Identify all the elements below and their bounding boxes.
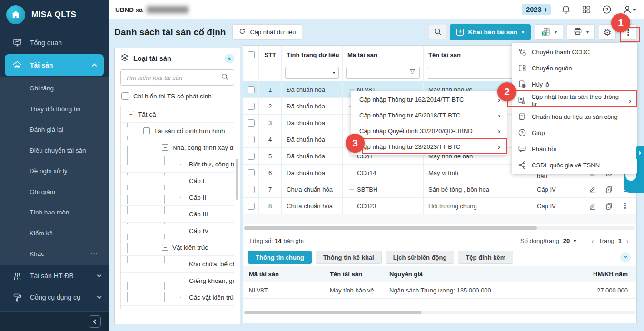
tree-scrollbar-thumb[interactable] — [236, 159, 238, 200]
sidebar-item-label: Tài sản — [30, 61, 53, 69]
export-excel-button[interactable]: X ▾ — [535, 24, 563, 40]
sidebar-subitem[interactable]: Đánh giá lại — [0, 119, 109, 140]
sidebar-subitem[interactable]: Điều chuyển tài sản — [0, 140, 109, 161]
code-filter-input[interactable] — [346, 67, 420, 79]
tree-collapse-toggle[interactable]: − — [128, 111, 134, 117]
tree-node[interactable]: −Tài sản cố định hữu hình — [121, 123, 234, 139]
sidebar-collapse-button[interactable] — [89, 315, 101, 328]
tree-node[interactable]: Kho chứa, bể chứa, b... — [121, 256, 234, 273]
refresh-data-button[interactable]: Cập nhật dữ liệu — [232, 24, 302, 40]
row-checkbox[interactable] — [248, 203, 255, 210]
actions-menu-item[interactable]: Chuẩn hóa dữ liệu tài sản công — [512, 108, 637, 125]
tree-node[interactable]: Giếng khoan, giếng đ... — [121, 273, 234, 289]
row-checkbox[interactable] — [248, 136, 255, 143]
next-page-button[interactable]: › — [625, 237, 630, 245]
tree-node[interactable]: Cấp I — [121, 173, 234, 189]
tree-node[interactable]: Biệt thự, công trình x... — [121, 156, 234, 173]
table-row[interactable]: 8 Chưa chuẩn hóa CC023 Hội trường chung … — [243, 198, 636, 214]
tree-search-input[interactable] — [126, 74, 220, 81]
tree-collapse-toggle[interactable]: − — [143, 127, 150, 134]
detail-hscrollbar[interactable] — [244, 311, 635, 314]
actions-menu-item[interactable]: Cập nhật loại tài sản theo thông tư› — [512, 92, 637, 108]
tree-leaf-dash — [180, 197, 186, 198]
table-row[interactable]: 7 Chưa chuẩn hóa SBTBH Sân bê tông , bồn… — [243, 181, 636, 198]
tree-node[interactable]: −Tất cả — [121, 106, 234, 123]
select-all-checkbox[interactable] — [248, 51, 255, 58]
tree-node[interactable]: −Nhà, công trình xây dựng — [121, 139, 234, 156]
context-menu-item[interactable]: Cập nhập Quyết định 33/2020/QĐ-UBND› — [351, 123, 507, 139]
sidebar-subitem[interactable]: Ghi giảm — [0, 182, 109, 203]
year-spinner-icon[interactable]: ▴▾ — [545, 7, 546, 12]
notifications-bell-icon[interactable] — [561, 4, 571, 15]
row-checkbox[interactable] — [248, 169, 255, 176]
sidebar-item-assets[interactable]: Tài sản — [5, 54, 104, 76]
actions-menu-item[interactable]: Hủy lô — [512, 76, 637, 92]
tree-node[interactable]: Cấp IV — [121, 223, 234, 239]
tree-node[interactable]: Cấp III — [121, 206, 234, 223]
show-active-only-checkbox[interactable]: Chỉ hiển thị TS có phát sinh — [121, 92, 233, 100]
status-filter-select[interactable]: ▾ — [285, 67, 339, 79]
actions-menu-item[interactable]: ?Giúp — [512, 125, 637, 141]
tree-collapse-toggle[interactable]: − — [162, 144, 168, 151]
sidebar-subitem-label: Tính hao mòn — [30, 209, 69, 216]
tab-tệp-đính-kèm[interactable]: Tệp đính kèm — [458, 251, 513, 264]
tree-node[interactable]: Các vật kiến trúc khá... — [121, 289, 234, 306]
sidebar-subitem[interactable]: Ghi tăng — [0, 78, 109, 99]
table-hscrollbar[interactable] — [244, 226, 635, 230]
scrollbar-thumb[interactable] — [244, 311, 421, 314]
assets-icon — [11, 60, 23, 70]
page-number[interactable]: 1 — [618, 237, 622, 244]
sidebar-subitem[interactable]: Thay đổi thông tin — [0, 99, 109, 120]
checkbox-icon[interactable] — [121, 92, 129, 100]
actions-menu-item[interactable]: Chuyển thành CCDC — [512, 44, 637, 60]
context-menu-item[interactable]: Cập nhập Thông tư 162/2014/TT-BTC› — [351, 92, 507, 107]
row-kebab-icon[interactable]: ⋮ — [622, 202, 629, 210]
row-checkbox[interactable] — [248, 186, 255, 193]
scrollbar-thumb[interactable] — [244, 226, 537, 230]
row-checkbox[interactable] — [248, 119, 255, 127]
tree-collapse-button[interactable] — [225, 54, 234, 63]
per-page-value[interactable]: 20 — [563, 237, 570, 244]
copy-icon[interactable] — [605, 185, 613, 194]
user-account-icon[interactable] — [622, 4, 636, 15]
cell-select — [243, 148, 259, 164]
row-checkbox[interactable] — [248, 86, 255, 93]
tree-node[interactable]: −Vật kiến trúc — [121, 239, 234, 256]
search-button[interactable] — [429, 24, 446, 40]
detail-collapse-button[interactable] — [620, 252, 631, 263]
row-checkbox[interactable] — [248, 153, 255, 160]
tab-thông-tin-kê-khai[interactable]: Thông tin kê khai — [316, 251, 382, 264]
context-menu-item[interactable]: Cập nhập Thông tư 45/2018/TT-BTC› — [351, 107, 507, 123]
sidebar-item-ht-db[interactable]: Tài sản HT-ĐB — [0, 265, 109, 287]
filter-funnel-icon[interactable] — [409, 68, 416, 77]
tree-collapse-toggle[interactable]: − — [162, 244, 168, 251]
fiscal-year-selector[interactable]: 2023 ▴▾ — [522, 4, 551, 15]
prev-page-button[interactable]: ‹ — [590, 237, 594, 245]
sidebar-item-tools[interactable]: Công cụ dụng cụ — [0, 287, 109, 308]
sidebar-subitem[interactable]: Khác⋯ — [0, 243, 109, 264]
actions-menu-item[interactable]: Phản hồi — [512, 141, 637, 157]
context-menu-item[interactable]: Cập nhập Thông tư 23/2023/TT-BTC› — [351, 139, 507, 155]
copy-icon[interactable] — [605, 202, 613, 210]
right-panel-expander[interactable] — [636, 146, 644, 159]
tree-indent-guide — [146, 173, 158, 189]
declare-asset-button[interactable]: + Khai báo tài sản ▾ — [450, 24, 531, 40]
actions-menu-item[interactable]: CSDL quốc gia về TSNN — [512, 157, 637, 173]
sidebar-subitem[interactable]: Đề nghị xử lý — [0, 161, 109, 182]
tab-thông-tin-chung[interactable]: Thông tin chung — [248, 251, 312, 264]
detail-table-row[interactable]: NLV8T Máy tính bảo vệ Ngân sách Trung ươ… — [243, 282, 636, 299]
edit-icon[interactable] — [588, 185, 596, 194]
edit-icon[interactable] — [588, 202, 596, 210]
sidebar-subitem[interactable]: Kiểm kê — [0, 223, 109, 244]
row-checkbox[interactable] — [248, 103, 255, 110]
sidebar-subitem[interactable]: Tính hao mòn — [0, 202, 109, 223]
caret-down-icon[interactable]: ▾ — [574, 238, 576, 243]
tab-lịch-sử-biến-động[interactable]: Lịch sử biến động — [386, 251, 455, 264]
more-options-icon[interactable]: ⋯ — [90, 250, 98, 258]
print-button[interactable]: ▾ — [567, 24, 595, 40]
tree-node[interactable]: Cấp II — [121, 189, 234, 206]
help-icon[interactable]: ? — [602, 4, 612, 15]
sidebar-item-overview[interactable]: Tổng quan — [0, 32, 109, 53]
apps-grid-icon[interactable] — [581, 4, 592, 15]
actions-menu-item[interactable]: Chuyển nguồn — [512, 60, 637, 76]
